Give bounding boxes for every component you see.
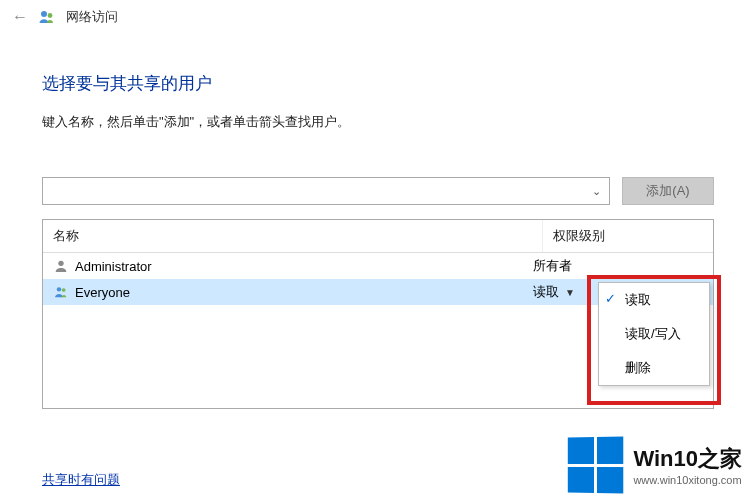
menu-item-read-write[interactable]: 读取/写入 — [599, 317, 709, 351]
perm-label: 读取 — [533, 283, 559, 301]
user-name: Everyone — [75, 285, 130, 300]
watermark-title: Win10之家 — [633, 444, 742, 474]
permission-menu: ✓ 读取 读取/写入 删除 — [598, 282, 710, 386]
window-title: 网络访问 — [66, 8, 118, 26]
user-combo[interactable]: ⌄ — [42, 177, 610, 205]
cell-name: Everyone — [53, 284, 533, 300]
user-name: Administrator — [75, 259, 152, 274]
help-link[interactable]: 共享时有问题 — [42, 471, 120, 489]
chevron-down-icon: ⌄ — [592, 185, 601, 198]
check-icon: ✓ — [605, 291, 616, 306]
svg-point-1 — [48, 13, 53, 18]
cell-permission[interactable]: 所有者 — [533, 257, 703, 275]
add-button[interactable]: 添加(A) — [622, 177, 714, 205]
menu-item-label: 删除 — [625, 360, 651, 375]
table-body: Administrator 所有者 Everyone 读取 ▼ — [43, 253, 713, 408]
cell-name: Administrator — [53, 258, 533, 274]
col-permission[interactable]: 权限级别 — [543, 220, 713, 252]
permission-table: 名称 权限级别 Administrator 所有者 — [42, 219, 714, 409]
svg-point-2 — [58, 261, 63, 266]
watermark: Win10之家 www.win10xitong.com — [567, 437, 742, 493]
svg-point-4 — [62, 288, 66, 292]
instruction-text: 键入名称，然后单击"添加"，或者单击箭头查找用户。 — [42, 113, 714, 131]
menu-item-label: 读取 — [625, 292, 651, 307]
menu-item-remove[interactable]: 删除 — [599, 351, 709, 385]
page-heading: 选择要与其共享的用户 — [42, 72, 714, 95]
watermark-url: www.win10xitong.com — [633, 474, 742, 486]
windows-logo-icon — [568, 436, 623, 493]
table-header: 名称 权限级别 — [43, 220, 713, 253]
chevron-down-icon: ▼ — [565, 287, 575, 298]
user-icon — [53, 258, 69, 274]
table-row[interactable]: Administrator 所有者 — [43, 253, 713, 279]
add-row: ⌄ 添加(A) — [42, 177, 714, 205]
group-icon — [53, 284, 69, 300]
content-area: 选择要与其共享的用户 键入名称，然后单击"添加"，或者单击箭头查找用户。 ⌄ 添… — [0, 34, 756, 409]
perm-label: 所有者 — [533, 257, 572, 275]
titlebar: ← 网络访问 — [0, 0, 756, 34]
menu-item-label: 读取/写入 — [625, 326, 681, 341]
back-icon[interactable]: ← — [12, 8, 28, 26]
menu-item-read[interactable]: ✓ 读取 — [599, 283, 709, 317]
svg-point-0 — [41, 11, 47, 17]
col-name[interactable]: 名称 — [43, 220, 543, 252]
watermark-text: Win10之家 www.win10xitong.com — [633, 444, 742, 486]
people-icon — [38, 8, 56, 26]
svg-point-3 — [57, 287, 61, 291]
